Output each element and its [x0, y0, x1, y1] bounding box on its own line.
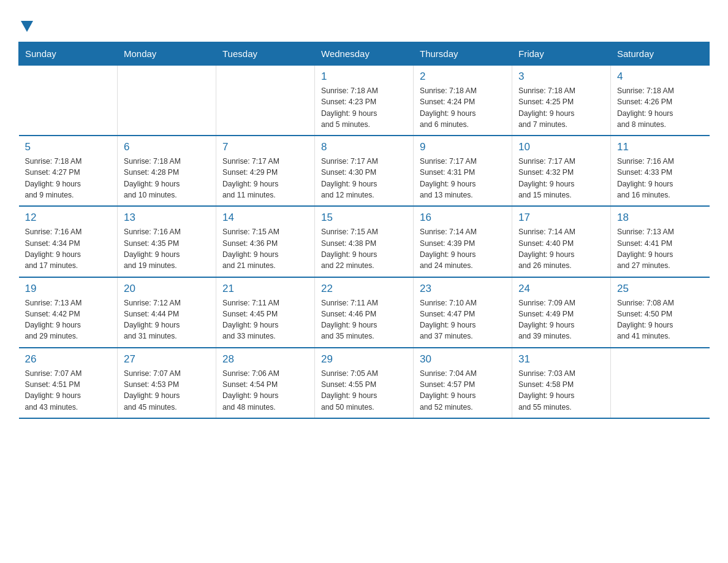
day-info: Sunrise: 7:07 AMSunset: 4:51 PMDaylight:… — [25, 368, 112, 413]
day-info: Sunrise: 7:16 AMSunset: 4:33 PMDaylight:… — [617, 156, 703, 201]
day-info: Sunrise: 7:18 AMSunset: 4:28 PMDaylight:… — [124, 156, 210, 201]
logo — [18, 18, 33, 32]
calendar-cell: 10Sunrise: 7:17 AMSunset: 4:32 PMDayligh… — [512, 136, 611, 206]
calendar-cell: 2Sunrise: 7:18 AMSunset: 4:24 PMDaylight… — [414, 66, 512, 136]
calendar-cell — [216, 66, 315, 136]
calendar-cell: 16Sunrise: 7:14 AMSunset: 4:39 PMDayligh… — [414, 206, 512, 277]
calendar-week-row: 1Sunrise: 7:18 AMSunset: 4:23 PMDaylight… — [19, 66, 710, 136]
calendar-cell: 15Sunrise: 7:15 AMSunset: 4:38 PMDayligh… — [315, 206, 414, 277]
calendar-cell — [611, 348, 710, 418]
calendar-cell: 17Sunrise: 7:14 AMSunset: 4:40 PMDayligh… — [512, 206, 611, 277]
day-number: 2 — [420, 71, 506, 83]
day-number: 20 — [124, 283, 210, 295]
calendar-cell: 14Sunrise: 7:15 AMSunset: 4:36 PMDayligh… — [216, 206, 315, 277]
day-number: 31 — [518, 353, 604, 366]
day-info: Sunrise: 7:11 AMSunset: 4:46 PMDaylight:… — [321, 297, 407, 342]
calendar-cell: 31Sunrise: 7:03 AMSunset: 4:58 PMDayligh… — [512, 348, 611, 418]
calendar-cell: 18Sunrise: 7:13 AMSunset: 4:41 PMDayligh… — [611, 206, 710, 277]
day-number: 6 — [124, 141, 210, 153]
calendar-cell: 30Sunrise: 7:04 AMSunset: 4:57 PMDayligh… — [414, 348, 512, 418]
calendar-cell: 9Sunrise: 7:17 AMSunset: 4:31 PMDaylight… — [414, 136, 512, 206]
calendar-cell: 24Sunrise: 7:09 AMSunset: 4:49 PMDayligh… — [512, 277, 611, 348]
day-info: Sunrise: 7:12 AMSunset: 4:44 PMDaylight:… — [124, 297, 210, 342]
day-number: 8 — [321, 141, 407, 153]
calendar-cell: 19Sunrise: 7:13 AMSunset: 4:42 PMDayligh… — [19, 277, 118, 348]
calendar-cell — [19, 66, 118, 136]
day-number: 16 — [420, 212, 506, 224]
day-number: 27 — [124, 353, 210, 366]
day-number: 13 — [124, 212, 210, 224]
calendar-cell: 21Sunrise: 7:11 AMSunset: 4:45 PMDayligh… — [216, 277, 315, 348]
day-number: 19 — [25, 283, 112, 295]
day-number: 10 — [518, 141, 604, 153]
header-thursday: Thursday — [414, 42, 512, 66]
day-info: Sunrise: 7:17 AMSunset: 4:29 PMDaylight:… — [222, 156, 308, 201]
page-header — [18, 12, 710, 32]
header-friday: Friday — [512, 42, 611, 66]
day-info: Sunrise: 7:14 AMSunset: 4:39 PMDaylight:… — [420, 226, 506, 271]
logo-triangle-icon — [21, 21, 33, 32]
calendar-cell — [118, 66, 216, 136]
day-number: 24 — [518, 283, 604, 295]
day-info: Sunrise: 7:15 AMSunset: 4:36 PMDaylight:… — [222, 226, 308, 271]
day-info: Sunrise: 7:16 AMSunset: 4:35 PMDaylight:… — [124, 226, 210, 271]
calendar-cell: 26Sunrise: 7:07 AMSunset: 4:51 PMDayligh… — [19, 348, 118, 418]
calendar-cell: 6Sunrise: 7:18 AMSunset: 4:28 PMDaylight… — [118, 136, 216, 206]
day-number: 9 — [420, 141, 506, 153]
calendar-week-row: 19Sunrise: 7:13 AMSunset: 4:42 PMDayligh… — [19, 277, 710, 348]
header-tuesday: Tuesday — [216, 42, 315, 66]
calendar-cell: 27Sunrise: 7:07 AMSunset: 4:53 PMDayligh… — [118, 348, 216, 418]
day-number: 22 — [321, 283, 407, 295]
day-number: 21 — [222, 283, 308, 295]
calendar-cell: 12Sunrise: 7:16 AMSunset: 4:34 PMDayligh… — [19, 206, 118, 277]
calendar-cell: 7Sunrise: 7:17 AMSunset: 4:29 PMDaylight… — [216, 136, 315, 206]
calendar-week-row: 26Sunrise: 7:07 AMSunset: 4:51 PMDayligh… — [19, 348, 710, 418]
calendar-cell: 1Sunrise: 7:18 AMSunset: 4:23 PMDaylight… — [315, 66, 414, 136]
day-number: 5 — [25, 141, 112, 153]
day-info: Sunrise: 7:09 AMSunset: 4:49 PMDaylight:… — [518, 297, 604, 342]
day-info: Sunrise: 7:11 AMSunset: 4:45 PMDaylight:… — [222, 297, 308, 342]
day-info: Sunrise: 7:16 AMSunset: 4:34 PMDaylight:… — [25, 226, 112, 271]
calendar-cell: 3Sunrise: 7:18 AMSunset: 4:25 PMDaylight… — [512, 66, 611, 136]
day-number: 17 — [518, 212, 604, 224]
calendar-cell: 13Sunrise: 7:16 AMSunset: 4:35 PMDayligh… — [118, 206, 216, 277]
header-sunday: Sunday — [19, 42, 118, 66]
day-info: Sunrise: 7:18 AMSunset: 4:24 PMDaylight:… — [420, 85, 506, 130]
day-info: Sunrise: 7:05 AMSunset: 4:55 PMDaylight:… — [321, 368, 407, 413]
day-info: Sunrise: 7:18 AMSunset: 4:25 PMDaylight:… — [518, 85, 604, 130]
day-info: Sunrise: 7:03 AMSunset: 4:58 PMDaylight:… — [518, 368, 604, 413]
day-number: 4 — [617, 71, 703, 83]
day-info: Sunrise: 7:17 AMSunset: 4:32 PMDaylight:… — [518, 156, 604, 201]
calendar-week-row: 12Sunrise: 7:16 AMSunset: 4:34 PMDayligh… — [19, 206, 710, 277]
day-number: 12 — [25, 212, 112, 224]
day-info: Sunrise: 7:06 AMSunset: 4:54 PMDaylight:… — [222, 368, 308, 413]
day-info: Sunrise: 7:04 AMSunset: 4:57 PMDaylight:… — [420, 368, 506, 413]
calendar-cell: 25Sunrise: 7:08 AMSunset: 4:50 PMDayligh… — [611, 277, 710, 348]
day-info: Sunrise: 7:13 AMSunset: 4:42 PMDaylight:… — [25, 297, 112, 342]
calendar-cell: 8Sunrise: 7:17 AMSunset: 4:30 PMDaylight… — [315, 136, 414, 206]
day-info: Sunrise: 7:17 AMSunset: 4:30 PMDaylight:… — [321, 156, 407, 201]
calendar-cell: 28Sunrise: 7:06 AMSunset: 4:54 PMDayligh… — [216, 348, 315, 418]
header-saturday: Saturday — [611, 42, 710, 66]
day-info: Sunrise: 7:14 AMSunset: 4:40 PMDaylight:… — [518, 226, 604, 271]
day-number: 7 — [222, 141, 308, 153]
day-info: Sunrise: 7:07 AMSunset: 4:53 PMDaylight:… — [124, 368, 210, 413]
day-number: 23 — [420, 283, 506, 295]
calendar-table: SundayMondayTuesdayWednesdayThursdayFrid… — [18, 42, 710, 419]
calendar-cell: 11Sunrise: 7:16 AMSunset: 4:33 PMDayligh… — [611, 136, 710, 206]
day-number: 1 — [321, 71, 407, 83]
day-number: 14 — [222, 212, 308, 224]
day-info: Sunrise: 7:18 AMSunset: 4:23 PMDaylight:… — [321, 85, 407, 130]
day-number: 15 — [321, 212, 407, 224]
calendar-week-row: 5Sunrise: 7:18 AMSunset: 4:27 PMDaylight… — [19, 136, 710, 206]
day-number: 28 — [222, 353, 308, 366]
calendar-cell: 20Sunrise: 7:12 AMSunset: 4:44 PMDayligh… — [118, 277, 216, 348]
calendar-cell: 23Sunrise: 7:10 AMSunset: 4:47 PMDayligh… — [414, 277, 512, 348]
day-number: 18 — [617, 212, 703, 224]
day-number: 26 — [25, 353, 112, 366]
day-number: 30 — [420, 353, 506, 366]
day-info: Sunrise: 7:15 AMSunset: 4:38 PMDaylight:… — [321, 226, 407, 271]
day-info: Sunrise: 7:08 AMSunset: 4:50 PMDaylight:… — [617, 297, 703, 342]
calendar-cell: 29Sunrise: 7:05 AMSunset: 4:55 PMDayligh… — [315, 348, 414, 418]
day-number: 25 — [617, 283, 703, 295]
